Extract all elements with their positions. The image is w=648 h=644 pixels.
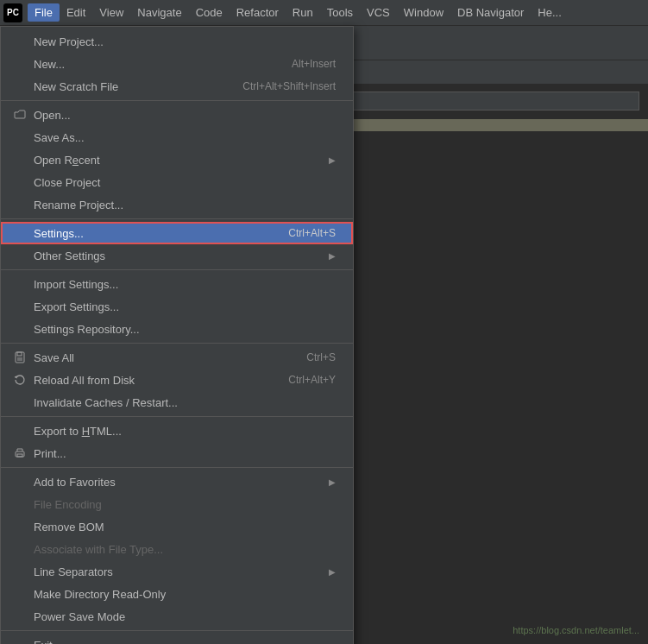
new-scratch-label: New Scratch File xyxy=(34,80,118,93)
new-label: New... xyxy=(34,58,65,71)
line-separators-arrow: ▶ xyxy=(329,567,336,577)
menu-window[interactable]: Window xyxy=(397,3,450,22)
menu-item-export-html[interactable]: Export to HTML... xyxy=(1,420,353,442)
settings-label: Settings... xyxy=(34,227,84,240)
new-shortcut: Alt+Insert xyxy=(292,58,336,70)
menu-item-settings[interactable]: Settings... Ctrl+Alt+S xyxy=(1,222,353,244)
menu-vcs[interactable]: VCS xyxy=(360,3,397,22)
reload-all-label: Reload All from Disk xyxy=(34,374,135,387)
import-settings-label: Import Settings... xyxy=(34,278,118,291)
export-html-label: Export to HTML... xyxy=(34,425,122,438)
other-settings-arrow: ▶ xyxy=(329,251,336,261)
svg-rect-12 xyxy=(17,454,22,457)
menu-item-file-encoding: File Encoding xyxy=(1,493,353,515)
add-favorites-icon xyxy=(13,475,27,489)
menu-item-import-settings[interactable]: Import Settings... xyxy=(1,273,353,295)
menu-item-make-dir-readonly[interactable]: Make Directory Read-Only xyxy=(1,583,353,605)
invalidate-caches-icon xyxy=(13,395,27,409)
menu-item-print[interactable]: Print... xyxy=(1,442,353,464)
menu-refactor[interactable]: Refactor xyxy=(230,3,286,22)
separator-1 xyxy=(1,100,353,101)
menu-item-new-project[interactable]: New Project... xyxy=(1,30,353,53)
import-settings-icon xyxy=(13,277,27,291)
menu-item-new[interactable]: New... Alt+Insert xyxy=(1,53,353,75)
reload-all-icon xyxy=(13,373,27,387)
watermark: https://blog.csdn.net/teamlet... xyxy=(513,625,639,635)
open-label: Open... xyxy=(34,109,71,122)
menu-item-export-settings[interactable]: Export Settings... xyxy=(1,295,353,318)
menu-item-remove-bom[interactable]: Remove BOM xyxy=(1,515,353,538)
menu-item-open[interactable]: Open... xyxy=(1,104,353,126)
file-menu: New Project... New... Alt+Insert New Scr… xyxy=(0,26,354,644)
new-scratch-icon xyxy=(13,79,27,93)
settings-shortcut: Ctrl+Alt+S xyxy=(288,227,336,239)
invalidate-caches-label: Invalidate Caches / Restart... xyxy=(34,396,178,409)
settings-icon xyxy=(13,226,27,240)
export-settings-icon xyxy=(13,300,27,313)
app-logo: PC xyxy=(3,3,22,22)
save-as-label: Save As... xyxy=(34,131,85,144)
export-settings-label: Export Settings... xyxy=(34,300,119,313)
rename-project-label: Rename Project... xyxy=(34,199,123,212)
open-recent-label: Open Recent xyxy=(34,154,100,167)
reload-all-shortcut: Ctrl+Alt+Y xyxy=(288,374,336,386)
menu-view[interactable]: View xyxy=(92,3,130,22)
separator-7 xyxy=(1,630,353,631)
menu-item-other-settings[interactable]: Other Settings ▶ xyxy=(1,244,353,267)
save-all-shortcut: Ctrl+S xyxy=(306,351,336,363)
save-as-icon xyxy=(13,130,27,144)
menu-item-invalidate-caches[interactable]: Invalidate Caches / Restart... xyxy=(1,391,353,414)
open-recent-icon xyxy=(13,153,27,167)
close-project-label: Close Project xyxy=(34,176,100,189)
menu-item-open-recent[interactable]: Open Recent ▶ xyxy=(1,148,353,171)
rename-project-icon xyxy=(13,198,27,212)
file-encoding-label: File Encoding xyxy=(34,498,102,511)
make-dir-readonly-label: Make Directory Read-Only xyxy=(34,588,166,601)
menu-db-navigator[interactable]: DB Navigator xyxy=(450,3,531,22)
settings-repo-icon xyxy=(13,322,27,336)
settings-repo-label: Settings Repository... xyxy=(34,323,140,336)
svg-rect-8 xyxy=(17,352,22,356)
menu-item-exit[interactable]: Exit xyxy=(1,634,353,644)
menu-item-save-as[interactable]: Save As... xyxy=(1,126,353,148)
line-separators-label: Line Separators xyxy=(34,565,113,578)
new-icon xyxy=(13,57,27,71)
menu-item-rename-project[interactable]: Rename Project... xyxy=(1,193,353,216)
menu-item-reload-all[interactable]: Reload All from Disk Ctrl+Alt+Y xyxy=(1,369,353,391)
file-dropdown: New Project... New... Alt+Insert New Scr… xyxy=(0,26,354,644)
menu-run[interactable]: Run xyxy=(286,3,320,22)
separator-4 xyxy=(1,343,353,344)
other-settings-icon xyxy=(13,249,27,262)
menu-item-save-all[interactable]: Save All Ctrl+S xyxy=(1,346,353,369)
separator-2 xyxy=(1,218,353,219)
remove-bom-icon xyxy=(13,520,27,534)
add-favorites-label: Add to Favorites xyxy=(34,476,116,489)
menu-help[interactable]: He... xyxy=(531,3,568,22)
menu-item-associate-file-type: Associate with File Type... xyxy=(1,538,353,560)
remove-bom-label: Remove BOM xyxy=(34,521,104,534)
close-project-icon xyxy=(13,175,27,189)
menu-tools[interactable]: Tools xyxy=(320,3,360,22)
file-encoding-icon xyxy=(13,497,27,511)
add-favorites-arrow: ▶ xyxy=(329,477,336,487)
print-icon xyxy=(13,446,27,460)
menu-item-close-project[interactable]: Close Project xyxy=(1,171,353,193)
menu-item-line-separators[interactable]: Line Separators ▶ xyxy=(1,560,353,583)
export-html-icon xyxy=(13,424,27,438)
menu-edit[interactable]: Edit xyxy=(60,3,92,22)
menu-code[interactable]: Code xyxy=(189,3,230,22)
menu-item-settings-repo[interactable]: Settings Repository... xyxy=(1,318,353,340)
new-project-label: New Project... xyxy=(34,35,104,48)
menu-item-power-save[interactable]: Power Save Mode xyxy=(1,605,353,628)
open-icon xyxy=(13,108,27,122)
exit-icon xyxy=(13,638,27,644)
menu-navigate[interactable]: Navigate xyxy=(130,3,188,22)
menu-item-add-favorites[interactable]: Add to Favorites ▶ xyxy=(1,470,353,493)
other-settings-label: Other Settings xyxy=(34,249,105,262)
power-save-icon xyxy=(13,609,27,623)
save-all-icon xyxy=(13,350,27,364)
associate-file-type-icon xyxy=(13,542,27,556)
menu-item-new-scratch[interactable]: New Scratch File Ctrl+Alt+Shift+Insert xyxy=(1,75,353,98)
power-save-label: Power Save Mode xyxy=(34,610,125,623)
menu-file[interactable]: File xyxy=(28,3,60,22)
